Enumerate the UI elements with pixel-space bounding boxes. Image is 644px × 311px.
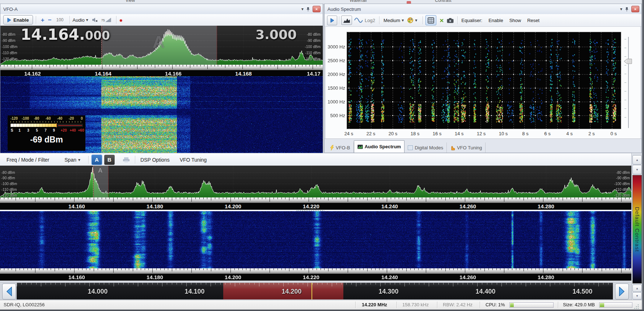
contrast-gradient-bar[interactable]: Default Contrast bbox=[632, 175, 642, 284]
enable-button[interactable]: Enable bbox=[3, 15, 33, 25]
time-tick: 14 s bbox=[455, 131, 464, 136]
time-tick: 8 s bbox=[522, 131, 528, 136]
meter-db-tick: -60 bbox=[46, 116, 51, 120]
freq-tick: 14.164 bbox=[95, 71, 111, 77]
meter-red-zone bbox=[58, 125, 82, 126]
db-label: -120 dBm bbox=[2, 57, 17, 61]
audio-play-button[interactable] bbox=[327, 16, 337, 25]
camera-icon[interactable] bbox=[447, 18, 454, 23]
panel-menu-dropdown-icon[interactable]: ▾ bbox=[301, 7, 304, 11]
span-button[interactable]: Span bbox=[64, 157, 76, 163]
resize-grip[interactable] bbox=[634, 304, 639, 309]
span-dropdown-icon[interactable]: ▾ bbox=[78, 158, 80, 162]
vfo-a-frequency-labels[interactable]: 14.162 14.164 14.166 14.168 14.17 bbox=[0, 70, 323, 76]
sine-wave-icon[interactable] bbox=[354, 17, 363, 23]
freq-tick: 14.240 bbox=[381, 203, 398, 209]
tab-vfo-tuning[interactable]: VFO Tuning bbox=[447, 142, 486, 153]
main-toolbar: Freq / Mode / Filter Span ▾ A B DSP Opti… bbox=[0, 153, 631, 166]
cpu-usage-fill bbox=[510, 303, 514, 307]
vfo-a-filter-selection[interactable]: A bbox=[102, 26, 217, 65]
tab-vfo-b[interactable]: VFO-B bbox=[327, 142, 354, 153]
mute-icon[interactable] bbox=[92, 17, 98, 22]
frequency-down-button[interactable]: − bbox=[48, 17, 52, 23]
scroll-down-button[interactable]: ▼ bbox=[632, 292, 642, 299]
dsp-options-button[interactable]: DSP Options bbox=[140, 157, 170, 163]
speed-select[interactable]: Medium bbox=[384, 18, 400, 23]
close-icon[interactable]: × bbox=[631, 6, 639, 12]
audio-waterfall-canvas[interactable] bbox=[347, 32, 621, 129]
db-label: -120 dBm bbox=[1, 193, 17, 197]
printer-icon[interactable] bbox=[123, 157, 130, 163]
palette-dropdown-icon[interactable]: ▾ bbox=[415, 18, 417, 22]
palette-icon[interactable] bbox=[407, 17, 414, 24]
speed-dropdown-icon[interactable]: ▾ bbox=[402, 18, 404, 22]
db-label: -90 dBm bbox=[1, 176, 15, 180]
record-icon[interactable]: ● bbox=[119, 17, 123, 23]
audio-spectrum-header[interactable]: Audio Spectrum ▾ × bbox=[325, 4, 641, 14]
contrast-down-button[interactable]: ▼ bbox=[632, 165, 642, 174]
freq-mode-filter-button[interactable]: Freq / Mode / Filter bbox=[7, 157, 49, 163]
vfo-b-select-button[interactable]: B bbox=[104, 155, 115, 165]
volume-icon[interactable]: 75 bbox=[101, 18, 111, 22]
main-frequency-labels[interactable]: 14.160 14.180 14.200 14.220 14.240 14.26… bbox=[0, 203, 631, 210]
frequency-main: 14.164. bbox=[21, 26, 85, 43]
navigate-right-button[interactable] bbox=[615, 284, 629, 299]
contrast-up-button[interactable]: ▲ bbox=[632, 155, 642, 165]
status-cpu: CPU: 1% bbox=[486, 302, 505, 307]
tab-audio-spectrum[interactable]: Audio Spectrum bbox=[354, 140, 404, 153]
navigator-labels[interactable]: 14.000 14.100 14.200 14.300 14.400 14.50… bbox=[17, 283, 613, 299]
tab-label: VFO Tuning bbox=[457, 145, 482, 150]
waterfall-frequency-ruler[interactable] bbox=[0, 268, 631, 274]
status-size: Size: 429.0 MB bbox=[563, 302, 595, 307]
main-filter-selection[interactable]: A bbox=[93, 166, 109, 197]
waterfall-frequency-labels[interactable]: 14.160 14.180 14.200 14.220 14.240 14.26… bbox=[0, 274, 631, 281]
log-scale-label[interactable]: Log2 bbox=[365, 18, 375, 23]
scroll-up-button[interactable]: ▲ bbox=[632, 285, 642, 292]
vfo-a-frequency-ruler[interactable] bbox=[0, 65, 323, 70]
db-label: -110 dBm bbox=[305, 51, 321, 55]
vfo-a-select-button[interactable]: A bbox=[92, 155, 102, 165]
time-tick: 22 s bbox=[367, 131, 376, 136]
grid-toggle-button[interactable] bbox=[425, 15, 436, 25]
clear-icon[interactable]: × bbox=[440, 17, 444, 24]
equaliser-enable-button[interactable]: Enable bbox=[488, 18, 503, 23]
vfo-a-waterfall[interactable]: -120 -100 -80 -60 -40 -20 0 S 1 3 5 bbox=[0, 76, 323, 153]
equaliser-show-button[interactable]: Show bbox=[509, 18, 521, 23]
close-icon[interactable]: × bbox=[313, 6, 321, 12]
contrast-slider-track[interactable] bbox=[628, 37, 629, 128]
frequency-up-button[interactable]: + bbox=[41, 17, 45, 23]
db-label: -110 dBm bbox=[614, 188, 630, 192]
hz-tick: 3000 Hz bbox=[326, 44, 345, 50]
frequency-readout[interactable]: 14.164.000 bbox=[21, 26, 110, 43]
freq-tick: 14.162 bbox=[24, 71, 41, 77]
main-waterfall[interactable] bbox=[0, 211, 631, 268]
pin-icon[interactable] bbox=[625, 7, 628, 12]
frequency-decimals: 000 bbox=[85, 29, 110, 43]
pin-icon[interactable] bbox=[306, 7, 310, 12]
vfo-a-selection-marker: A bbox=[153, 32, 165, 52]
window-bottom-border bbox=[0, 310, 644, 311]
audio-dropdown-icon[interactable]: ▾ bbox=[86, 18, 88, 22]
volume-value: 75 bbox=[101, 18, 105, 22]
main-display-panel: Freq / Mode / Filter Span ▾ A B DSP Opti… bbox=[0, 153, 631, 282]
slider-handle[interactable] bbox=[624, 59, 632, 64]
main-vfo-tuning-button[interactable]: VFO Tuning bbox=[180, 157, 207, 163]
navigate-left-button[interactable] bbox=[2, 284, 16, 299]
spectrum-view-button[interactable] bbox=[341, 16, 352, 25]
vfo-a-splitter-handle[interactable] bbox=[145, 77, 175, 78]
audio-menu-label[interactable]: Audio bbox=[73, 17, 85, 23]
freq-tick: 14.168 bbox=[235, 71, 252, 77]
buffer-size-fill bbox=[600, 303, 604, 307]
main-frequency-ruler[interactable] bbox=[0, 197, 631, 203]
panel-menu-dropdown-icon[interactable]: ▾ bbox=[620, 7, 622, 11]
main-waterfall-canvas[interactable] bbox=[0, 211, 631, 268]
vfo-a-header[interactable]: VFO-A ▾ × bbox=[0, 4, 323, 14]
hz-tick: 1500 Hz bbox=[326, 85, 345, 91]
main-spectrum[interactable]: A -80 dBm -90 dBm -100 dBm -110 dBm -120… bbox=[0, 166, 631, 197]
step-size-value[interactable]: 100 bbox=[56, 17, 64, 22]
tab-digital-modes[interactable]: Digital Modes bbox=[404, 142, 447, 153]
meter-reading: -69 dBm bbox=[8, 135, 85, 145]
vfo-a-spectrum[interactable]: A -80 dBm -90 dBm -100 dBm -110 dBm -120… bbox=[0, 26, 323, 65]
freq-tick: 14.280 bbox=[538, 274, 554, 280]
equaliser-reset-button[interactable]: Reset bbox=[527, 18, 539, 23]
